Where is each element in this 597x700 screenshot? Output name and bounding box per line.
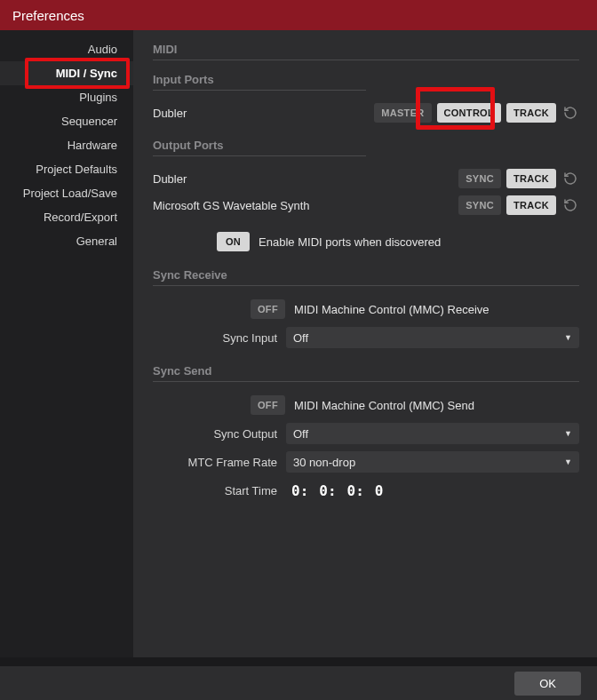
status-strip bbox=[0, 657, 597, 666]
output-port-row: Microsoft GS Wavetable Synth SYNC TRACK bbox=[153, 192, 579, 219]
select-value: 30 non-drop bbox=[293, 456, 355, 469]
sidebar-item-hardware[interactable]: Hardware bbox=[0, 133, 133, 157]
port-name: Dubler bbox=[153, 107, 369, 120]
select-value: Off bbox=[293, 331, 308, 345]
sync-output-label: Sync Output bbox=[153, 427, 277, 441]
window-titlebar: Preferences bbox=[0, 0, 597, 30]
master-toggle[interactable]: MASTER bbox=[374, 103, 431, 123]
sidebar-item-project-defaults[interactable]: Project Defaults bbox=[0, 157, 133, 181]
port-name: Dubler bbox=[153, 172, 453, 186]
track-toggle[interactable]: TRACK bbox=[506, 195, 556, 215]
midi-heading: MIDI bbox=[153, 43, 579, 60]
mtc-frame-rate-label: MTC Frame Rate bbox=[153, 456, 277, 469]
sidebar-item-audio[interactable]: Audio bbox=[0, 37, 133, 61]
sidebar-item-midi-sync[interactable]: MIDI / Sync bbox=[0, 61, 133, 85]
sidebar-item-sequencer[interactable]: Sequencer bbox=[0, 109, 133, 133]
sidebar-item-label: MIDI / Sync bbox=[56, 67, 117, 80]
input-ports-heading: Input Ports bbox=[153, 73, 366, 91]
mmc-send-label: MIDI Machine Control (MMC) Send bbox=[294, 399, 474, 412]
input-port-row: Dubler MASTER CONTROL TRACK bbox=[153, 99, 579, 126]
track-toggle[interactable]: TRACK bbox=[506, 103, 556, 123]
start-time-label: Start Time bbox=[153, 484, 277, 497]
mmc-receive-toggle[interactable]: OFF bbox=[251, 299, 285, 319]
footer-bar: OK bbox=[0, 666, 597, 700]
sync-send-heading: Sync Send bbox=[153, 364, 579, 382]
reset-icon[interactable] bbox=[561, 170, 579, 187]
sidebar: Audio MIDI / Sync Plugins Sequencer Hard… bbox=[0, 30, 133, 657]
sync-input-label: Sync Input bbox=[153, 331, 277, 345]
mtc-frame-rate-select[interactable]: 30 non-drop ▼ bbox=[286, 451, 579, 473]
port-name: Microsoft GS Wavetable Synth bbox=[153, 199, 453, 212]
sidebar-item-general[interactable]: General bbox=[0, 229, 133, 253]
sync-input-select[interactable]: Off ▼ bbox=[286, 327, 579, 348]
track-toggle[interactable]: TRACK bbox=[506, 169, 556, 188]
start-time-m: 0: bbox=[319, 482, 336, 499]
ok-button[interactable]: OK bbox=[514, 672, 581, 696]
chevron-down-icon: ▼ bbox=[564, 457, 572, 466]
select-value: Off bbox=[293, 427, 308, 441]
enable-midi-toggle[interactable]: ON bbox=[217, 232, 250, 251]
mmc-receive-label: MIDI Machine Control (MMC) Receive bbox=[294, 303, 490, 316]
start-time-field[interactable]: 0: 0: 0: 0 bbox=[286, 482, 383, 499]
sync-toggle[interactable]: SYNC bbox=[458, 195, 501, 215]
content-panel: MIDI Input Ports Dubler MASTER CONTROL T… bbox=[133, 30, 597, 657]
reset-icon[interactable] bbox=[561, 104, 579, 122]
mmc-send-toggle[interactable]: OFF bbox=[251, 395, 285, 415]
sync-receive-heading: Sync Receive bbox=[153, 268, 579, 286]
output-ports-heading: Output Ports bbox=[153, 139, 366, 156]
enable-midi-label: Enable MIDI ports when discovered bbox=[259, 235, 441, 249]
sync-toggle[interactable]: SYNC bbox=[458, 169, 501, 188]
sidebar-item-plugins[interactable]: Plugins bbox=[0, 85, 133, 109]
output-port-row: Dubler SYNC TRACK bbox=[153, 165, 579, 192]
chevron-down-icon: ▼ bbox=[564, 333, 572, 342]
sidebar-item-record-export[interactable]: Record/Export bbox=[0, 205, 133, 229]
control-toggle[interactable]: CONTROL bbox=[437, 103, 501, 123]
start-time-s: 0: bbox=[347, 482, 364, 499]
start-time-h: 0: bbox=[291, 482, 308, 499]
chevron-down-icon: ▼ bbox=[564, 429, 572, 438]
window-title: Preferences bbox=[12, 8, 84, 23]
sync-output-select[interactable]: Off ▼ bbox=[286, 423, 579, 444]
sidebar-item-project-loadsave[interactable]: Project Load/Save bbox=[0, 181, 133, 205]
start-time-f: 0 bbox=[375, 482, 384, 499]
reset-icon[interactable] bbox=[561, 196, 579, 214]
